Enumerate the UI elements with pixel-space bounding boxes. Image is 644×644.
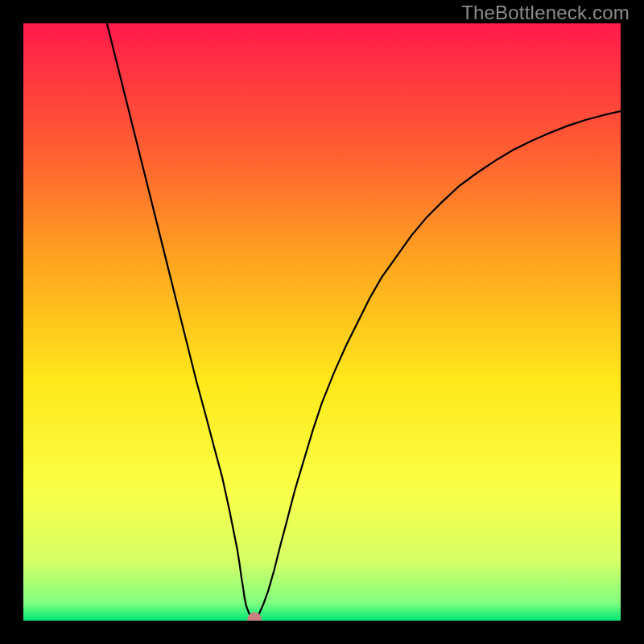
- plot-background: [23, 23, 621, 621]
- chart-plot: [23, 23, 621, 621]
- chart-frame: TheBottleneck.com: [0, 0, 644, 644]
- watermark-text: TheBottleneck.com: [461, 2, 630, 24]
